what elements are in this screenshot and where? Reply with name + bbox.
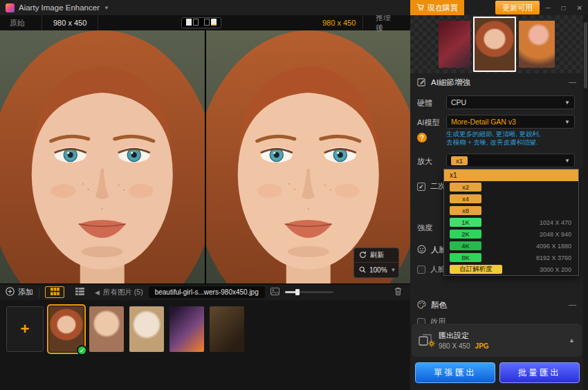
delete-image-button[interactable] [394, 287, 402, 297]
preview-thumb-right[interactable] [519, 21, 555, 68]
done-check-badge: ✓ [77, 345, 87, 355]
ai-detail-section-header: AI細節增強 [417, 77, 470, 88]
chevron-down-icon: ▼ [564, 158, 570, 164]
magnifier-icon [359, 266, 366, 275]
enhanced-portrait-image [206, 30, 411, 284]
face-icon [417, 245, 426, 255]
refresh-button[interactable]: 刷新 [354, 248, 398, 263]
film-bar: 添加 ◀ 所有图片 (5) beautiful-girl-s...wers-98… [0, 284, 410, 300]
grid-view-button[interactable] [45, 286, 64, 298]
app-menu-chevron-icon[interactable]: ▼ [104, 5, 109, 11]
split-view-toggle[interactable] [185, 18, 199, 28]
face-enhance-checkbox[interactable] [417, 266, 425, 274]
ai-section-collapse-icon[interactable]: — [569, 77, 576, 86]
original-image-pane[interactable] [0, 30, 205, 284]
color-section-collapse-icon[interactable]: — [569, 300, 576, 308]
maximize-button[interactable]: □ [562, 4, 566, 12]
batch-export-button[interactable]: 批量匯出 [499, 362, 580, 383]
upscale-select[interactable]: x1 ▼ [446, 154, 575, 167]
aiarty-app-window: Aiarty Image Enhancer ▼ 現在購買 更新可用 ─ □ ✕ … [0, 0, 588, 390]
update-available-button[interactable]: 更新可用 [495, 1, 540, 15]
upscale-option-custom[interactable]: 自訂解析度 3000 X 200 [444, 263, 578, 275]
export-settings-title: 匯出設定 [439, 331, 489, 341]
sidebar-scrollbar[interactable] [583, 15, 588, 390]
model-select[interactable]: More-Detail GAN v3 ▼ [446, 115, 575, 129]
chevron-down-icon: ▼ [564, 119, 570, 125]
grid-view-icon [50, 288, 59, 297]
back-arrow-icon: ◀ [95, 289, 100, 296]
secondary-enhance-checkbox[interactable]: ✓ [417, 183, 425, 191]
model-hint-text: 生成更多的細節, 更清晰, 更銳利, 去模糊 + 去噪, 改善皮膚和頭髮. [446, 130, 578, 147]
upscale-label: 放大 [417, 156, 432, 167]
upscale-option-x1[interactable]: x1 [444, 169, 578, 181]
preview-thumb-selected[interactable] [473, 17, 516, 72]
thumbnail-1-selected[interactable]: ✓ [49, 306, 84, 352]
face-section-header: 人臉 [417, 245, 447, 255]
enhanced-image-pane[interactable] [206, 30, 411, 284]
hardware-label: 硬體 [417, 98, 432, 109]
plus-circle-icon [6, 287, 15, 297]
upscale-option-1k[interactable]: 1K 1024 X 470 [444, 216, 578, 228]
list-view-button[interactable] [70, 286, 89, 298]
all-images-link[interactable]: ◀ 所有图片 (5) [95, 288, 143, 297]
face-enhance-row: 人臉 [417, 264, 445, 275]
list-view-icon [75, 288, 84, 297]
upscale-option-x2[interactable]: x2 [444, 181, 578, 193]
thumbnail-size-slider[interactable] [285, 291, 333, 293]
upscale-value: x1 [451, 156, 468, 165]
thumbnail-3[interactable] [129, 306, 164, 352]
current-filename: beautiful-girl-s...wers-980x450.jpg [149, 286, 265, 298]
buy-now-button[interactable]: 現在購買 [410, 0, 464, 15]
secondary-enhance-row: ✓ 二次 [417, 181, 445, 192]
preview-thumb-left[interactable] [439, 21, 470, 68]
help-question-icon[interactable]: ? [417, 133, 427, 142]
original-portrait-image [0, 30, 205, 284]
chevron-up-icon[interactable]: ▲ [569, 337, 575, 344]
thumbnail-4[interactable] [169, 306, 204, 352]
original-label: 原始 [10, 15, 25, 30]
palette-icon [417, 300, 426, 310]
slider-handle[interactable] [295, 289, 300, 295]
close-button[interactable]: ✕ [577, 4, 582, 12]
titlebar: Aiarty Image Enhancer ▼ 現在購買 更新可用 ─ □ ✕ [0, 0, 588, 15]
upscale-option-x4[interactable]: x4 [444, 193, 578, 205]
settings-sidebar: AI細節增強 — 硬體 CPU ▼ AI模型 More-Detail GAN v… [410, 15, 583, 390]
add-image-tile[interactable]: + [6, 306, 44, 352]
zoom-control[interactable]: 100% ▼ [354, 263, 398, 277]
hardware-select[interactable]: CPU ▼ [446, 95, 575, 109]
enhanced-label: 推理後 [362, 15, 410, 30]
export-size: 980 X 450 [439, 342, 470, 350]
cart-icon [416, 3, 424, 12]
scrollbar-thumb[interactable] [584, 22, 587, 89]
zoom-chevron-icon: ▼ [391, 267, 396, 273]
export-settings-card[interactable]: 匯出設定 980 X 450 JPG ▲ [412, 324, 582, 357]
view-mode-toggles [181, 17, 221, 28]
image-icon [270, 288, 279, 297]
upscale-option-4k[interactable]: 4K 4096 X 1880 [444, 240, 578, 252]
thumbnail-2[interactable] [89, 306, 124, 352]
thumbnail-5[interactable] [210, 306, 244, 352]
refresh-icon [359, 251, 367, 260]
strength-label: 強度 [417, 223, 432, 233]
model-value: More-Detail GAN v3 [451, 118, 516, 126]
app-title: Aiarty Image Enhancer [19, 3, 100, 12]
add-images-button[interactable]: 添加 [6, 287, 33, 297]
hardware-value: CPU [451, 98, 466, 106]
color-section-header: 顏色 [417, 300, 447, 310]
model-label: AI模型 [417, 118, 439, 128]
minimize-button[interactable]: ─ [545, 4, 550, 12]
chevron-down-icon: ▼ [564, 100, 570, 106]
gear-icon [428, 340, 435, 349]
upscale-option-2k[interactable]: 2K 2048 X 940 [444, 228, 578, 240]
window-controls: ─ □ ✕ [545, 0, 582, 15]
app-logo-icon [6, 3, 15, 12]
upscale-option-x8[interactable]: x8 [444, 205, 578, 216]
export-settings-texts: 匯出設定 980 X 450 JPG [439, 331, 489, 350]
single-export-button[interactable]: 單張匯出 [415, 362, 495, 383]
compare-bar: 原始 980 x 450 980 x 450 推理後 [0, 15, 410, 30]
upscale-option-8k[interactable]: 8K 8192 X 3760 [444, 252, 578, 263]
preview-filmstrip [410, 15, 583, 73]
side-by-side-view-toggle[interactable] [203, 18, 217, 28]
zoom-value: 100% [369, 266, 387, 274]
export-icon [419, 334, 432, 346]
